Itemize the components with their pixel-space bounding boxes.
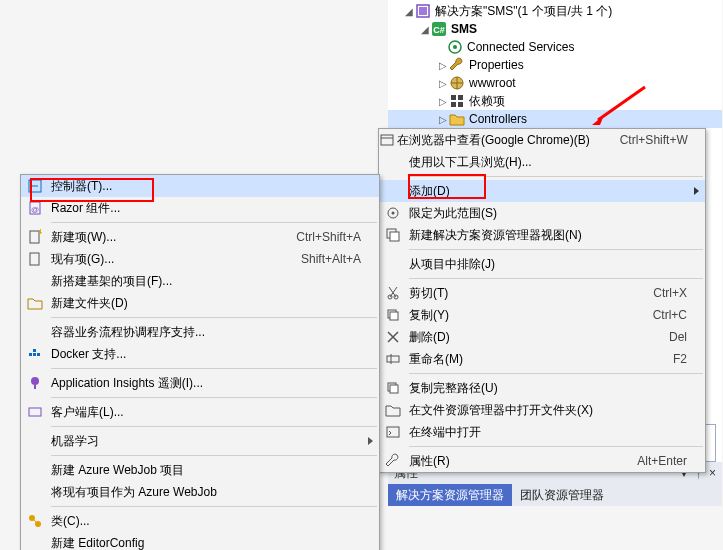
expander-icon[interactable]: ◢	[402, 6, 415, 17]
menu-separator	[51, 426, 377, 427]
menu-label: 控制器(T)...	[51, 178, 112, 195]
copy-path-icon	[385, 380, 401, 396]
svg-rect-38	[34, 385, 36, 389]
copy-icon	[385, 307, 401, 323]
menu-new-folder[interactable]: 新建文件夹(D)	[21, 292, 379, 314]
menu-label: 复制完整路径(U)	[409, 380, 498, 397]
tree-properties[interactable]: ▷ Properties	[388, 56, 722, 74]
menu-accel: Ctrl+X	[653, 286, 687, 300]
cut-icon	[385, 285, 401, 301]
tree-label: Controllers	[469, 112, 527, 126]
tab-team-explorer[interactable]: 团队资源管理器	[512, 484, 612, 506]
menu-label: 容器业务流程协调程序支持...	[51, 324, 205, 341]
new-item-icon	[27, 229, 43, 245]
menu-client-library[interactable]: 客户端库(L)...	[21, 401, 379, 423]
solution-icon	[415, 3, 431, 19]
menu-label: 客户端库(L)...	[51, 404, 124, 421]
menu-scope-to-this[interactable]: 限定为此范围(S)	[379, 202, 705, 224]
svg-rect-39	[29, 408, 41, 416]
menu-label: 类(C)...	[51, 513, 90, 530]
tree-dependencies[interactable]: ▷ 依赖项	[388, 92, 722, 110]
client-library-icon	[27, 404, 43, 420]
menu-copy-full-path[interactable]: 复制完整路径(U)	[379, 377, 705, 399]
menu-properties[interactable]: 属性(R) Alt+Enter	[379, 450, 705, 472]
menu-exclude[interactable]: 从项目中排除(J)	[379, 253, 705, 275]
menu-existing-item[interactable]: 现有项(G)... Shift+Alt+A	[21, 248, 379, 270]
svg-point-16	[392, 212, 395, 215]
class-icon	[27, 513, 43, 529]
menu-label: 新建 Azure WebJob 项目	[51, 462, 184, 479]
tab-solution-explorer[interactable]: 解决方案资源管理器	[388, 484, 512, 506]
svg-rect-23	[387, 356, 399, 362]
menu-label: Docker 支持...	[51, 346, 126, 363]
app-insights-icon	[27, 375, 43, 391]
tree-solution-root[interactable]: ◢ 解决方案"SMS"(1 个项目/共 1 个)	[388, 2, 722, 20]
tree-label: Properties	[469, 58, 524, 72]
menu-rename[interactable]: 重命名(M) F2	[379, 348, 705, 370]
expander-icon[interactable]: ▷	[436, 96, 449, 107]
menu-open-in-file-explorer[interactable]: 在文件资源管理器中打开文件夹(X)	[379, 399, 705, 421]
menu-existing-azure-webjob[interactable]: 将现有项目作为 Azure WebJob	[21, 481, 379, 503]
menu-scaffolded-item[interactable]: 新搭建基架的项目(F)...	[21, 270, 379, 292]
menu-add[interactable]: 添加(D)	[379, 180, 705, 202]
svg-rect-26	[390, 385, 398, 393]
menu-add-razor-component[interactable]: @ Razor 组件...	[21, 197, 379, 219]
existing-item-icon	[27, 251, 43, 267]
controller-icon	[27, 178, 43, 194]
svg-point-5	[453, 45, 457, 49]
menu-new-azure-webjob[interactable]: 新建 Azure WebJob 项目	[21, 459, 379, 481]
razor-icon: @	[27, 200, 43, 216]
browser-icon	[379, 132, 395, 148]
tree-label: 依赖项	[469, 93, 505, 110]
menu-separator	[409, 249, 703, 250]
svg-text:C#: C#	[433, 25, 445, 35]
rename-icon	[385, 351, 401, 367]
csharp-project-icon: C#	[431, 21, 447, 37]
tree-label: SMS	[451, 22, 477, 36]
svg-rect-36	[33, 349, 36, 352]
svg-rect-33	[29, 353, 32, 356]
tree-project-sms[interactable]: ◢ C# SMS	[388, 20, 722, 38]
menu-container-orchestrator[interactable]: 容器业务流程协调程序支持...	[21, 321, 379, 343]
menu-app-insights[interactable]: Application Insights 遥测(I)...	[21, 372, 379, 394]
expander-icon[interactable]: ▷	[436, 114, 449, 125]
menu-machine-learning[interactable]: 机器学习	[21, 430, 379, 452]
menu-browse-with[interactable]: 使用以下工具浏览(H)...	[379, 151, 705, 173]
menu-separator	[51, 506, 377, 507]
expander-icon[interactable]: ▷	[436, 78, 449, 89]
terminal-icon	[385, 424, 401, 440]
menu-open-in-terminal[interactable]: 在终端中打开	[379, 421, 705, 443]
menu-accel: F2	[673, 352, 687, 366]
menu-view-in-browser[interactable]: 在浏览器中查看(Google Chrome)(B) Ctrl+Shift+W	[379, 129, 705, 151]
menu-label: 限定为此范围(S)	[409, 205, 497, 222]
menu-new-item[interactable]: 新建项(W)... Ctrl+Shift+A	[21, 226, 379, 248]
menu-add-class[interactable]: 类(C)...	[21, 510, 379, 532]
svg-rect-27	[387, 427, 399, 437]
tree-connected-services[interactable]: Connected Services	[388, 38, 722, 56]
menu-new-solution-view[interactable]: 新建解决方案资源管理器视图(N)	[379, 224, 705, 246]
svg-rect-22	[390, 312, 398, 320]
menu-label: 删除(D)	[409, 329, 450, 346]
expander-icon[interactable]: ◢	[418, 24, 431, 35]
menu-add-controller[interactable]: 控制器(T)...	[21, 175, 379, 197]
add-submenu: 控制器(T)... @ Razor 组件... 新建项(W)... Ctrl+S…	[20, 174, 380, 550]
menu-label: 新搭建基架的项目(F)...	[51, 273, 172, 290]
menu-new-editorconfig[interactable]: 新建 EditorConfig	[21, 532, 379, 550]
docker-icon	[27, 346, 43, 362]
tree-controllers[interactable]: ▷ Controllers	[388, 110, 722, 128]
menu-copy[interactable]: 复制(Y) Ctrl+C	[379, 304, 705, 326]
tree-wwwroot[interactable]: ▷ wwwroot	[388, 74, 722, 92]
menu-cut[interactable]: 剪切(T) Ctrl+X	[379, 282, 705, 304]
menu-separator	[51, 368, 377, 369]
menu-accel: Ctrl+C	[653, 308, 687, 322]
svg-point-37	[31, 377, 39, 385]
expander-icon[interactable]: ▷	[436, 60, 449, 71]
menu-separator	[409, 176, 703, 177]
menu-docker-support[interactable]: Docker 支持...	[21, 343, 379, 365]
menu-label: Razor 组件...	[51, 200, 120, 217]
menu-delete[interactable]: 删除(D) Del	[379, 326, 705, 348]
menu-accel: Alt+Enter	[637, 454, 687, 468]
svg-rect-18	[390, 232, 399, 241]
scope-icon	[385, 205, 401, 221]
svg-rect-1	[419, 7, 427, 15]
